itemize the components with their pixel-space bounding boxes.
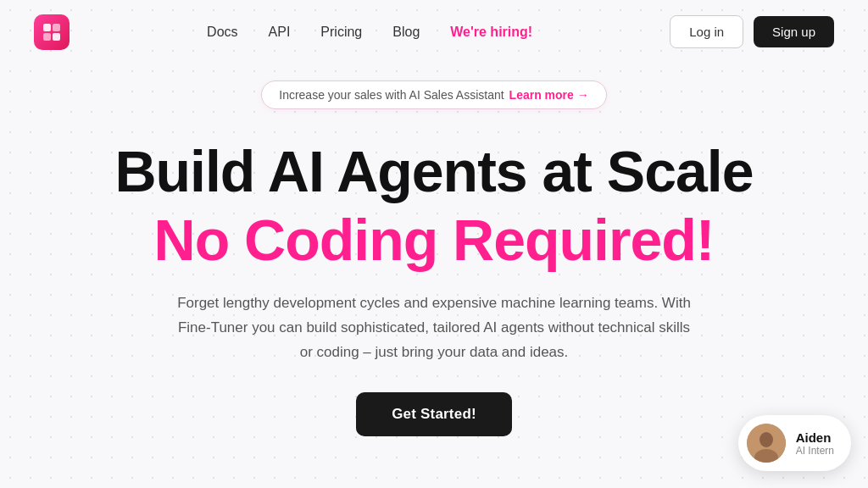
chat-info: Aiden AI Intern bbox=[796, 430, 834, 457]
nav-pricing[interactable]: Pricing bbox=[320, 25, 362, 40]
svg-rect-1 bbox=[53, 24, 60, 31]
logo[interactable] bbox=[34, 14, 70, 50]
hero-subtitle: Forget lengthy development cycles and ex… bbox=[171, 291, 697, 365]
nav-hiring[interactable]: We're hiring! bbox=[450, 25, 532, 40]
svg-rect-0 bbox=[43, 24, 51, 31]
nav-blog[interactable]: Blog bbox=[392, 25, 420, 40]
chat-bubble[interactable]: Aiden AI Intern bbox=[738, 415, 851, 471]
learn-more-link[interactable]: Learn more → bbox=[509, 88, 589, 102]
nav-api[interactable]: API bbox=[269, 25, 291, 40]
cta-button[interactable]: Get Started! bbox=[356, 392, 512, 436]
hero-title-line1: Build AI Agents at Scale bbox=[114, 140, 753, 203]
chat-name: Aiden bbox=[796, 430, 834, 445]
chat-role: AI Intern bbox=[796, 445, 834, 457]
header: Docs API Pricing Blog We're hiring! Log … bbox=[0, 0, 868, 64]
svg-point-5 bbox=[760, 432, 773, 447]
nav-docs[interactable]: Docs bbox=[207, 25, 237, 40]
announcement-text: Increase your sales with AI Sales Assist… bbox=[279, 88, 504, 102]
signup-button[interactable]: Sign up bbox=[754, 16, 834, 47]
chat-avatar bbox=[747, 424, 786, 463]
announcement-banner[interactable]: Increase your sales with AI Sales Assist… bbox=[261, 80, 607, 109]
logo-icon bbox=[34, 14, 70, 50]
main-nav: Docs API Pricing Blog We're hiring! bbox=[207, 25, 532, 40]
main-content: Increase your sales with AI Sales Assist… bbox=[0, 64, 868, 436]
hero-title-line2: No Coding Required! bbox=[154, 207, 715, 273]
svg-rect-3 bbox=[53, 33, 60, 41]
auth-buttons: Log in Sign up bbox=[670, 15, 834, 48]
svg-rect-2 bbox=[43, 33, 51, 41]
login-button[interactable]: Log in bbox=[670, 15, 743, 48]
